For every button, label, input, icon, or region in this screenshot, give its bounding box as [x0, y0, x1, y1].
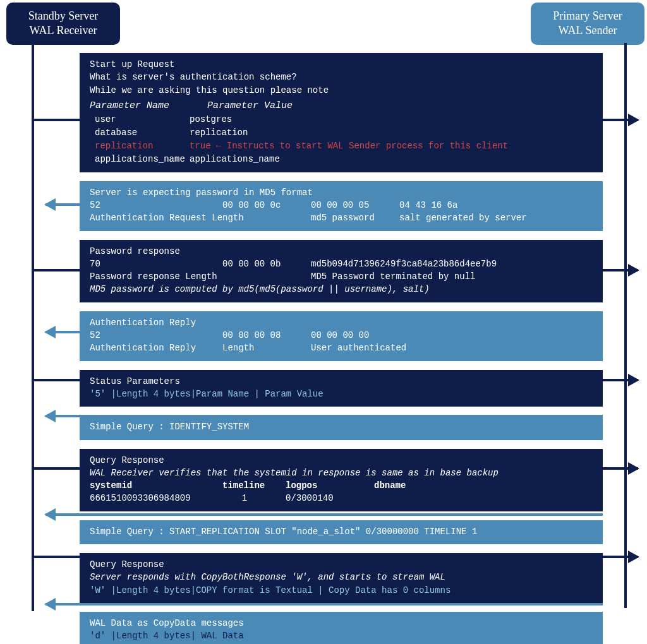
msg4-title: Authentication Reply	[90, 316, 593, 329]
msg7-h1: systemid	[90, 479, 222, 492]
param-rep-key: replication	[95, 140, 190, 153]
msg9-note: Server responds with CopyBothResponse 'W…	[90, 571, 593, 583]
msg1-line2: What is server's authentication scheme?	[90, 71, 593, 83]
msg3-c1a: 70	[90, 258, 222, 270]
msg6-text: Simple Query : IDENTIFY_SYSTEM	[90, 420, 593, 433]
standby-lifeline	[32, 43, 34, 611]
msg2-c4b: salt generated by server	[399, 212, 593, 224]
msg4-c1b: Authentication Reply	[90, 342, 222, 354]
msg2-c2a: 00 00 00 0c	[222, 199, 311, 212]
param-app-val: applications_name	[190, 153, 593, 166]
msg2-title: Server is expecting password in MD5 form…	[90, 186, 593, 199]
msg4-c3a: 00 00 00 00	[311, 329, 593, 342]
msg1-pval-header: Parameter Value	[207, 99, 293, 113]
msg7-v2: 1	[222, 492, 286, 504]
standby-line1: Standby Server	[18, 9, 109, 23]
param-db-val: replication	[190, 126, 593, 140]
primary-line2: WAL Sender	[542, 23, 633, 38]
msg1-title: Start up Request	[90, 58, 593, 71]
msg7-note: WAL Receiver verifies that the systemid …	[90, 467, 593, 479]
msg-start-replication: Simple Query : START_REPLICATION SLOT "n…	[80, 520, 603, 544]
msg10-detail: 'd' |Length 4 bytes| WAL Data	[90, 629, 593, 642]
msg9-detail: 'W' |Length 4 bytes|COPY format is Textu…	[90, 584, 593, 597]
msg-password-response: Password response 70 00 00 00 0b md5b094…	[80, 240, 603, 302]
msg7-v1: 6661510093306984809	[90, 492, 222, 504]
msg3-title: Password response	[90, 245, 593, 258]
primary-line1: Primary Server	[542, 9, 633, 23]
msg10-title: WAL Data as CopyData messages	[90, 617, 593, 629]
msg7-h3: logpos	[286, 479, 374, 492]
msg-startup-request: Start up Request What is server's authen…	[80, 53, 603, 172]
msg7-h4: dbname	[374, 479, 593, 492]
msg3-c1b: Password response Length	[90, 270, 311, 283]
param-rep-val: true ← Instructs to start WAL Sender pro…	[190, 140, 593, 153]
msg-identify-system: Simple Query : IDENTIFY_SYSTEM	[80, 415, 603, 439]
msg2-c3b: md5 password	[311, 212, 399, 224]
msg7-title: Query Response	[90, 454, 593, 467]
msg3-c2a: 00 00 00 0b	[222, 258, 311, 270]
msg3-c3a: md5b094d71396249f3ca84a23b86d4ee7b9	[311, 258, 593, 270]
msg2-c1b: Authentication Request Length	[90, 212, 311, 224]
standby-server-box: Standby Server WAL Receiver	[6, 3, 120, 45]
param-db-key: database	[95, 126, 190, 140]
msg-query-response-1: Query Response WAL Receiver verifies tha…	[80, 449, 603, 511]
msg3-note: MD5 password is computed by md5(md5(pass…	[90, 283, 593, 295]
msg-auth-reply: Authentication Reply 52 00 00 00 08 00 0…	[80, 311, 603, 361]
msg9-title: Query Response	[90, 558, 593, 571]
msg-query-response-2: Query Response Server responds with Copy…	[80, 553, 603, 603]
primary-server-box: Primary Server WAL Sender	[531, 3, 644, 45]
msg5-detail: '5' |Length 4 bytes|Param Name | Param V…	[90, 388, 593, 400]
primary-lifeline	[624, 43, 627, 608]
msg4-c1a: 52	[90, 329, 222, 342]
msg2-c3a: 00 00 00 05	[311, 199, 399, 212]
standby-line2: WAL Receiver	[18, 23, 109, 38]
msg1-pname-header: Parameter Name	[90, 99, 169, 113]
msg7-v4	[374, 492, 593, 504]
param-user-val: postgres	[190, 113, 593, 126]
msg2-c4a: 04 43 16 6a	[399, 199, 593, 212]
msg1-line3: While we are asking this question please…	[90, 84, 593, 97]
msg7-v3: 0/3000140	[286, 492, 374, 504]
msg-md5-expect: Server is expecting password in MD5 form…	[80, 181, 603, 231]
msg4-c3b: User authenticated	[311, 342, 593, 354]
param-app-key: applications_name	[95, 153, 190, 166]
msg7-h2: timeline	[222, 479, 286, 492]
msg8-text: Simple Query : START_REPLICATION SLOT "n…	[90, 525, 593, 538]
param-user-key: user	[95, 113, 190, 126]
msg-wal-data: WAL Data as CopyData messages 'd' |Lengt…	[80, 612, 603, 644]
msg-status-params: Status Parameters '5' |Length 4 bytes|Pa…	[80, 370, 603, 407]
msg4-c2b: Length	[222, 342, 311, 354]
msg5-title: Status Parameters	[90, 375, 593, 388]
msg3-c3b: MD5 Password terminated by null	[311, 270, 593, 283]
msg4-c2a: 00 00 00 08	[222, 329, 311, 342]
msg2-c1a: 52	[90, 199, 222, 212]
